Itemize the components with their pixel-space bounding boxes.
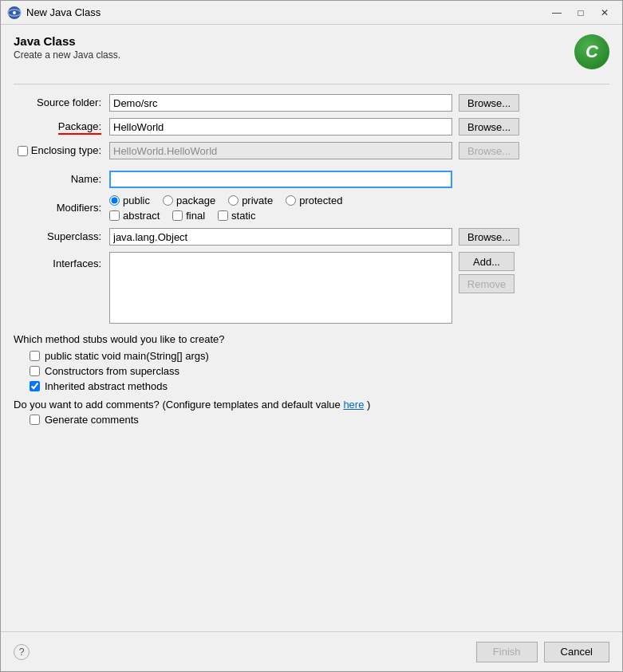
- package-input[interactable]: [109, 118, 452, 136]
- stub-inherited[interactable]: Inherited abstract methods: [30, 380, 609, 392]
- superclass-input[interactable]: [109, 228, 452, 246]
- modifier-protected-radio[interactable]: [286, 195, 296, 206]
- dialog-window: New Java Class — □ ✕ Java Class Create a…: [0, 0, 623, 672]
- close-button[interactable]: ✕: [593, 5, 616, 21]
- modifier-final-label: final: [186, 210, 205, 222]
- cancel-button[interactable]: Cancel: [544, 642, 609, 662]
- modifier-package-label: package: [176, 195, 215, 206]
- modifier-abstract-checkbox[interactable]: [109, 210, 120, 221]
- superclass-row: Superclass: Browse...: [14, 228, 609, 246]
- modifier-static-checkbox[interactable]: [218, 210, 228, 221]
- dialog-header: Java Class Create a new Java class. C: [14, 34, 609, 69]
- superclass-browse-button[interactable]: Browse...: [459, 228, 519, 246]
- package-row: Package: Browse...: [14, 118, 609, 136]
- extra-modifiers-row: abstract final static: [109, 210, 342, 222]
- title-bar: New Java Class — □ ✕: [1, 1, 622, 25]
- stub-constructors-label: Constructors from superclass: [45, 365, 179, 377]
- stub-main-label: public static void main(String[] args): [45, 350, 209, 362]
- package-label-wrap: Package:: [14, 118, 109, 136]
- dialog-title: Java Class: [14, 34, 120, 48]
- window-controls: — □ ✕: [546, 5, 616, 21]
- stub-constructors[interactable]: Constructors from superclass: [30, 365, 609, 377]
- interfaces-label: Interfaces:: [14, 252, 109, 273]
- stubs-title: Which method stubs would you like to cre…: [14, 333, 609, 345]
- modifier-public-radio[interactable]: [109, 195, 120, 206]
- modifier-final[interactable]: final: [172, 210, 205, 222]
- source-folder-label: Source folder:: [14, 94, 109, 112]
- modifiers-row: Modifiers: public package pr: [14, 195, 609, 222]
- modifier-abstract[interactable]: abstract: [109, 210, 160, 222]
- interfaces-remove-button[interactable]: Remove: [459, 274, 515, 293]
- stubs-section: Which method stubs would you like to cre…: [14, 333, 609, 392]
- dialog-subtitle: Create a new Java class.: [14, 49, 120, 61]
- minimize-button[interactable]: —: [546, 5, 568, 21]
- source-folder-input[interactable]: [109, 94, 452, 112]
- package-label: Package:: [58, 120, 101, 135]
- stub-inherited-label: Inherited abstract methods: [45, 380, 168, 392]
- enclosing-type-input: [109, 142, 452, 159]
- finish-button[interactable]: Finish: [476, 642, 538, 662]
- enclosing-type-checkbox[interactable]: [18, 146, 28, 156]
- stub-main[interactable]: public static void main(String[] args): [30, 350, 609, 362]
- modifier-private-label: private: [242, 195, 273, 206]
- modifier-private-radio[interactable]: [228, 195, 239, 206]
- modifiers-label: Modifiers:: [14, 199, 109, 217]
- name-input[interactable]: [109, 171, 452, 188]
- comments-here-link[interactable]: here: [343, 399, 364, 411]
- interfaces-add-button[interactable]: Add...: [459, 252, 515, 271]
- stub-main-checkbox[interactable]: [30, 351, 40, 361]
- bottom-bar: ? Finish Cancel: [1, 631, 622, 671]
- svg-point-2: [13, 11, 16, 14]
- modifier-protected[interactable]: protected: [286, 195, 342, 206]
- header-divider: [14, 84, 609, 84]
- maximize-button[interactable]: □: [570, 5, 592, 21]
- help-button[interactable]: ?: [14, 644, 30, 660]
- generate-comments[interactable]: Generate comments: [30, 414, 609, 426]
- package-browse-button[interactable]: Browse...: [459, 118, 519, 136]
- form-section: Source folder: Browse... Package: Browse…: [14, 94, 609, 622]
- comments-text: Do you want to add comments? (Configure …: [14, 399, 609, 411]
- generate-comments-checkbox[interactable]: [30, 415, 40, 425]
- source-folder-row: Source folder: Browse...: [14, 94, 609, 112]
- modifier-abstract-label: abstract: [123, 210, 160, 222]
- source-folder-browse-button[interactable]: Browse...: [459, 94, 519, 112]
- action-buttons: Finish Cancel: [476, 642, 609, 662]
- window-icon: [7, 6, 22, 20]
- modifier-package-radio[interactable]: [163, 195, 173, 206]
- comments-section: Do you want to add comments? (Configure …: [14, 399, 609, 426]
- enclosing-type-row: Enclosing type: Browse...: [14, 142, 609, 159]
- generate-comments-label: Generate comments: [45, 414, 139, 426]
- modifier-public-label: public: [123, 195, 150, 206]
- comments-prefix: Do you want to add comments? (Configure …: [14, 399, 341, 411]
- modifier-protected-label: protected: [299, 195, 342, 206]
- modifiers-section: public package private protected: [109, 195, 342, 222]
- modifier-static[interactable]: static: [218, 210, 255, 222]
- interfaces-input[interactable]: [109, 252, 452, 324]
- visibility-radio-row: public package private protected: [109, 195, 342, 206]
- header-text: Java Class Create a new Java class.: [14, 34, 120, 61]
- interfaces-buttons: Add... Remove: [459, 252, 515, 293]
- enclosing-type-browse-button[interactable]: Browse...: [459, 142, 519, 159]
- stub-inherited-checkbox[interactable]: [30, 381, 40, 391]
- enclosing-spacer: Enclosing type:: [14, 142, 109, 159]
- comments-suffix: ): [367, 399, 370, 411]
- eclipse-logo-icon: C: [574, 34, 609, 69]
- stub-constructors-checkbox[interactable]: [30, 366, 40, 376]
- modifier-private[interactable]: private: [228, 195, 273, 206]
- stubs-items: public static void main(String[] args) C…: [30, 350, 609, 392]
- modifier-static-label: static: [231, 210, 255, 222]
- enclosing-type-label: Enclosing type:: [31, 142, 101, 159]
- superclass-label: Superclass:: [14, 228, 109, 246]
- interfaces-row: Interfaces: Add... Remove: [14, 252, 609, 324]
- window-title: New Java Class: [26, 6, 546, 18]
- modifier-package[interactable]: package: [163, 195, 215, 206]
- modifier-public[interactable]: public: [109, 195, 150, 206]
- dialog-content: Java Class Create a new Java class. C So…: [1, 25, 622, 631]
- modifier-final-checkbox[interactable]: [172, 210, 183, 221]
- name-label: Name:: [14, 171, 109, 188]
- name-row: Name:: [14, 171, 609, 188]
